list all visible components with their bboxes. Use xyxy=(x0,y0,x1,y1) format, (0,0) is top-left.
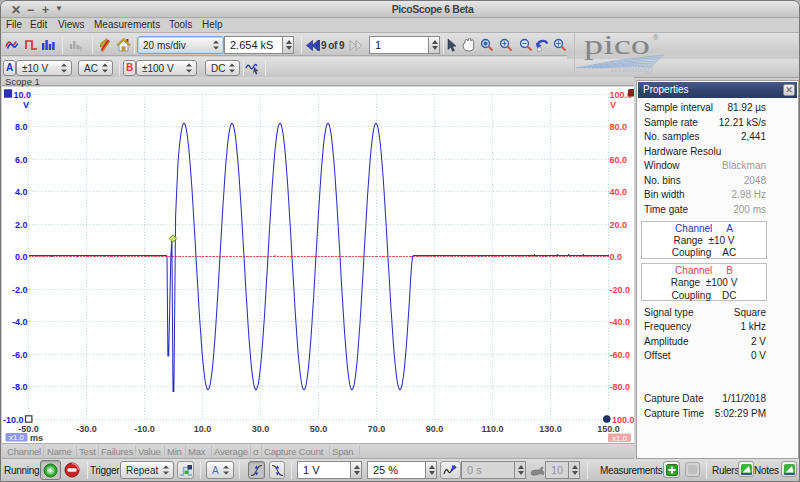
svg-text:30.0: 30.0 xyxy=(252,424,270,434)
svg-text:x1.0: x1.0 xyxy=(612,434,628,443)
svg-text:0.0: 0.0 xyxy=(610,252,623,262)
svg-text:ms: ms xyxy=(30,433,43,443)
svg-text:70.0: 70.0 xyxy=(368,424,386,434)
svg-text:60.0: 60.0 xyxy=(610,155,628,165)
svg-text:-30.0: -30.0 xyxy=(76,424,97,434)
svg-text:110.0: 110.0 xyxy=(481,424,503,434)
svg-text:2.0: 2.0 xyxy=(15,220,28,230)
svg-text:V: V xyxy=(23,100,29,110)
svg-text:8.0: 8.0 xyxy=(15,122,28,132)
svg-text:90.0: 90.0 xyxy=(426,424,444,434)
svg-text:10.0: 10.0 xyxy=(14,90,32,100)
svg-text:150.0: 150.0 xyxy=(597,424,620,434)
svg-text:40.0: 40.0 xyxy=(610,187,628,197)
svg-text:-10.0: -10.0 xyxy=(134,424,155,434)
svg-text:-20.0: -20.0 xyxy=(610,285,631,295)
svg-text:-6.0: -6.0 xyxy=(12,350,28,360)
svg-text:10.0: 10.0 xyxy=(194,424,212,434)
svg-text:-4.0: -4.0 xyxy=(12,317,28,327)
svg-text:x1.0: x1.0 xyxy=(9,433,25,442)
svg-text:4.0: 4.0 xyxy=(15,187,28,197)
svg-text:-80.0: -80.0 xyxy=(610,382,631,392)
svg-text:-40.0: -40.0 xyxy=(610,317,631,327)
svg-text:0.0: 0.0 xyxy=(15,252,28,262)
svg-text:V: V xyxy=(610,100,616,110)
svg-text:-8.0: -8.0 xyxy=(12,382,28,392)
svg-text:80.0: 80.0 xyxy=(610,122,628,132)
svg-text:-60.0: -60.0 xyxy=(610,350,631,360)
svg-text:6.0: 6.0 xyxy=(15,155,28,165)
svg-text:130.0: 130.0 xyxy=(539,424,562,434)
svg-text:50.0: 50.0 xyxy=(310,424,328,434)
svg-text:-2.0: -2.0 xyxy=(12,285,28,295)
svg-text:20.0: 20.0 xyxy=(610,220,628,230)
